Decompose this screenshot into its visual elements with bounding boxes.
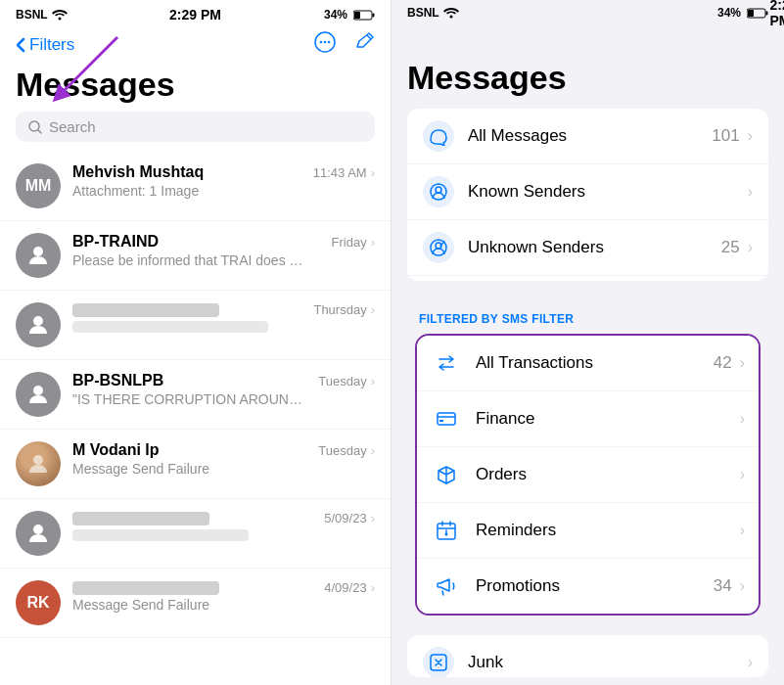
- battery-icon-right: [747, 8, 768, 19]
- filter-known-senders[interactable]: Known Senders ›: [407, 164, 768, 220]
- message-header-7: 4/09/23 ›: [72, 580, 375, 595]
- arrows-icon: [431, 347, 462, 379]
- message-header-2: BP-TRAIND Friday ›: [72, 233, 375, 251]
- messages-list: MM Mehvish Mushtaq 11:43 AM › Attachment…: [0, 152, 391, 685]
- compose-icon: [353, 31, 375, 53]
- compose-button[interactable]: [353, 31, 375, 58]
- ellipsis-circle-icon: [314, 31, 336, 53]
- avatar-5: [16, 441, 61, 486]
- message-item-1[interactable]: MM Mehvish Mushtaq 11:43 AM › Attachment…: [0, 152, 391, 221]
- person-icon-6: [25, 521, 51, 546]
- search-placeholder: Search: [49, 118, 96, 135]
- message-circle-icon: [429, 126, 448, 146]
- avatar-3: [16, 302, 61, 347]
- left-time: 2:29 PM: [169, 7, 221, 23]
- left-nav-bar: Filters: [0, 27, 391, 62]
- svg-point-11: [33, 386, 43, 395]
- message-name-5: M Vodani lp: [72, 441, 160, 459]
- filter-unknown-label: Unknown Senders: [468, 238, 721, 257]
- message-content-4: BP-BSNLPB Tuesday › "IS THERE CORRUPTION…: [72, 372, 375, 407]
- svg-rect-17: [748, 10, 754, 17]
- message-item-7[interactable]: RK 4/09/23 › Message Send Failure: [0, 569, 391, 638]
- left-page-title: Messages: [0, 62, 391, 112]
- right-status-right: 34%: [717, 6, 768, 20]
- unknown-senders-icon-wrap: [423, 232, 454, 263]
- xmark-square-icon: [429, 653, 448, 672]
- main-filter-section: All Messages 101 › Known Senders ›: [407, 109, 768, 281]
- person-icon-3: [25, 312, 51, 338]
- more-button[interactable]: [314, 31, 336, 58]
- sms-finance-label: Finance: [476, 409, 732, 429]
- sms-promotions-count: 34: [714, 576, 732, 596]
- filter-unknown-senders[interactable]: Unknown Senders 25 ›: [407, 220, 768, 276]
- svg-point-5: [320, 41, 323, 44]
- chevron-transactions: ›: [740, 354, 745, 372]
- person-icon-4: [25, 382, 51, 407]
- message-time-1: 11:43 AM ›: [313, 165, 375, 180]
- filter-all-messages[interactable]: All Messages 101 ›: [407, 109, 768, 164]
- sms-reminders[interactable]: Reminders ›: [417, 503, 759, 559]
- promotions-megaphone-icon: [436, 575, 457, 597]
- left-status-bar: BSNL 2:29 PM 34%: [0, 0, 391, 27]
- filter-known-label: Known Senders: [468, 182, 740, 202]
- message-preview-7: Message Send Failure: [72, 597, 307, 613]
- sms-filter-box: All Transactions 42 › Finance ›: [415, 334, 761, 616]
- all-messages-icon-wrap: [423, 120, 454, 152]
- sms-orders[interactable]: Orders ›: [417, 447, 759, 503]
- left-status-left: BSNL: [16, 8, 68, 22]
- message-item-4[interactable]: BP-BSNLPB Tuesday › "IS THERE CORRUPTION…: [0, 360, 391, 430]
- search-bar[interactable]: Search: [16, 112, 375, 142]
- right-status-bar: BSNL 2:29 PM 34%: [392, 0, 784, 23]
- junk-section: Junk ›: [407, 635, 768, 677]
- chevron-promotions: ›: [740, 577, 745, 595]
- avatar-initials-7: RK: [26, 594, 49, 612]
- filter-junk-label: Junk: [468, 653, 740, 672]
- card-icon: [431, 403, 462, 434]
- sms-filter-keyword: SMS FILTER: [502, 312, 574, 326]
- box-icon: [431, 459, 462, 490]
- message-time-5: Tuesday ›: [318, 443, 375, 458]
- blurred-preview-3: [72, 321, 268, 333]
- svg-point-13: [33, 525, 43, 534]
- message-preview-2: Please be informed that TRAI does not is…: [72, 252, 307, 268]
- message-preview-5: Message Send Failure: [72, 461, 307, 477]
- sms-promotions[interactable]: Promotions 34 ›: [417, 559, 759, 614]
- message-header-4: BP-BSNLPB Tuesday ›: [72, 372, 375, 389]
- right-page-title: Messages: [392, 23, 784, 109]
- filter-unread-messages[interactable]: Unread Messages 101 ›: [407, 276, 768, 281]
- svg-point-14: [449, 16, 452, 19]
- right-status-left: BSNL: [407, 6, 459, 20]
- right-wifi-icon: [443, 7, 459, 19]
- message-content-5: M Vodani lp Tuesday › Message Send Failu…: [72, 441, 375, 477]
- left-battery: 34%: [324, 8, 347, 22]
- left-panel: BSNL 2:29 PM 34% Filters: [0, 0, 392, 685]
- right-panel: BSNL 2:29 PM 34% Messages: [392, 0, 784, 685]
- left-status-right: 34%: [324, 8, 375, 22]
- search-icon: [27, 119, 43, 135]
- message-header-6: 5/09/23 ›: [72, 511, 375, 525]
- back-button[interactable]: Filters: [16, 35, 74, 55]
- message-item-3[interactable]: Thursday ›: [0, 291, 391, 360]
- message-time-2: Friday ›: [332, 235, 375, 250]
- back-label: Filters: [29, 35, 74, 55]
- avatar-6: [16, 511, 61, 556]
- message-content-6: 5/09/23 ›: [72, 511, 375, 541]
- message-item-5[interactable]: M Vodani lp Tuesday › Message Send Failu…: [0, 430, 391, 499]
- filter-junk[interactable]: Junk ›: [407, 635, 768, 677]
- sms-finance[interactable]: Finance ›: [417, 391, 759, 447]
- svg-rect-24: [438, 413, 455, 425]
- right-carrier: BSNL: [407, 6, 439, 20]
- message-header-3: Thursday ›: [72, 302, 375, 317]
- blurred-name-6: [72, 512, 209, 525]
- sms-transactions-label: All Transactions: [476, 353, 714, 373]
- sms-orders-label: Orders: [476, 465, 732, 484]
- svg-rect-3: [354, 12, 360, 19]
- message-item-2[interactable]: BP-TRAIND Friday › Please be informed th…: [0, 221, 391, 291]
- message-time-7: 4/09/23 ›: [324, 580, 375, 595]
- transactions-arrows-icon: [436, 352, 457, 374]
- reminders-calendar-icon: [436, 520, 457, 541]
- svg-rect-26: [439, 420, 443, 422]
- sms-all-transactions[interactable]: All Transactions 42 ›: [417, 336, 759, 391]
- message-item-6[interactable]: 5/09/23 ›: [0, 499, 391, 569]
- message-time-4: Tuesday ›: [318, 374, 375, 388]
